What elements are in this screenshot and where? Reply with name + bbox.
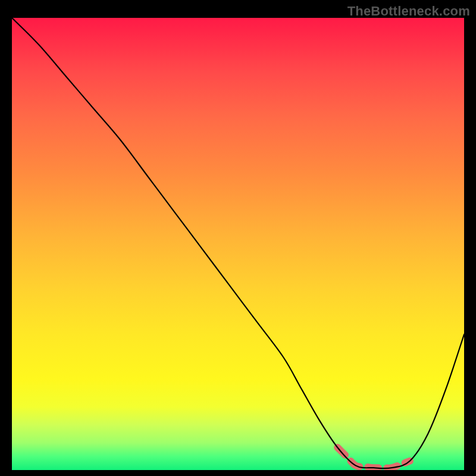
bottleneck-curve-path <box>12 18 464 468</box>
highlight-band <box>337 447 410 468</box>
chart-overlay-svg <box>12 18 464 470</box>
watermark-text: TheBottleneck.com <box>347 4 470 19</box>
chart-stage: TheBottleneck.com <box>0 0 476 476</box>
